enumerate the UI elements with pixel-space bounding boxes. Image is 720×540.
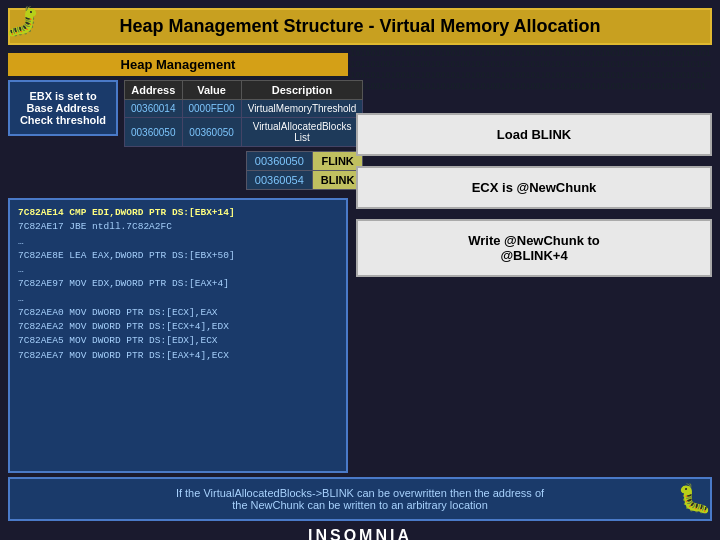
write-chunk-box: Write @NewChunk to@BLINK+4 [356,219,712,277]
bug-top-left-icon: 🐛 [5,5,40,38]
row2-address: 00360050 [125,118,183,147]
col-header-address: Address [125,81,183,100]
ebx-info-box: EBX is set to Base AddressCheck threshol… [8,80,118,136]
row2-value: 00360050 [182,118,241,147]
code-line-1: 7C82AE14 CMP EDI,DWORD PTR DS:[EBX+14] [18,207,235,218]
code-line-7: … [18,293,24,304]
code-line-8: 7C82AEA0 MOV DWORD PTR DS:[ECX],EAX [18,307,218,318]
table-row: 00360014 0000FE00 VirtualMemoryThreshold [125,100,363,118]
code-line-6: 7C82AE97 MOV EDX,DWORD PTR DS:[EAX+4] [18,278,229,289]
write-chunk-label: Write @NewChunk to@BLINK+4 [468,233,600,263]
flink-address: 00360050 [246,152,312,171]
ebx-info-text: EBX is set to Base AddressCheck threshol… [16,90,110,126]
main-container: Heap Management Structure - Virtual Memo… [0,0,720,540]
col-header-value: Value [182,81,241,100]
heap-management-section: Heap Management EBX is set to Base Addre… [8,53,348,190]
flink-blink-table: 00360050 FLINK 00360054 BLINK [246,151,364,190]
ecx-chunk-box: ECX is @NewChunk [356,166,712,209]
heap-table: Address Value Description 00360014 0000F… [124,80,363,147]
code-box: 7C82AE14 CMP EDI,DWORD PTR DS:[EBX+14] 7… [8,198,348,473]
row1-value: 0000FE00 [182,100,241,118]
heap-section-body: EBX is set to Base AddressCheck threshol… [8,80,348,190]
page-title: Heap Management Structure - Virtual Memo… [8,8,712,45]
code-line-9: 7C82AEA2 MOV DWORD PTR DS:[ECX+4],EDX [18,321,229,332]
left-panel: Heap Management EBX is set to Base Addre… [8,53,348,473]
footer-text: INSOMNIA [308,527,412,540]
flink-blink-row: 00360050 FLINK 00360054 BLINK [124,151,363,190]
row1-address: 00360014 [125,100,183,118]
code-line-4: 7C82AE8E LEA EAX,DWORD PTR DS:[EBX+50] [18,250,235,261]
table-row: 00360050 00360050 VirtualAllocatedBlocks… [125,118,363,147]
bottom-note: If the VirtualAllocatedBlocks->BLINK can… [8,477,712,521]
code-line-10: 7C82AEA5 MOV DWORD PTR DS:[EDX],ECX [18,335,218,346]
footer: INSOMNIA [8,521,712,540]
content-area: Heap Management EBX is set to Base Addre… [8,53,712,473]
row2-desc: VirtualAllocatedBlocks List [241,118,363,147]
flink-row: 00360050 FLINK [246,152,363,171]
code-line-3: … [18,236,24,247]
code-line-5: … [18,264,24,275]
load-blink-box: Load BLINK [356,113,712,156]
blink-address: 00360054 [246,171,312,190]
row1-desc: VirtualMemoryThreshold [241,100,363,118]
load-blink-label: Load BLINK [497,127,571,142]
code-line-2: 7C82AE17 JBE ntdll.7C82A2FC [18,221,172,232]
bug-bottom-right-icon: 🐛 [677,482,712,515]
heap-management-header: Heap Management [8,53,348,76]
blink-row: 00360054 BLINK [246,171,363,190]
col-header-description: Description [241,81,363,100]
table-and-flink: Address Value Description 00360014 0000F… [124,80,363,190]
bottom-note-text: If the VirtualAllocatedBlocks->BLINK can… [176,487,544,511]
ecx-chunk-label: ECX is @NewChunk [472,180,597,195]
right-panel: Load BLINK ECX is @NewChunk Write @NewCh… [356,53,712,473]
code-line-11: 7C82AEA7 MOV DWORD PTR DS:[EAX+4],ECX [18,350,229,361]
